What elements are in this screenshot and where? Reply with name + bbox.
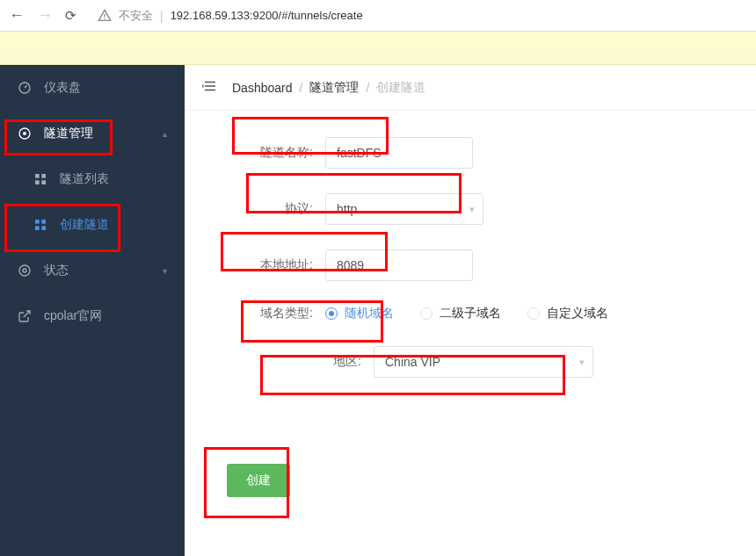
- forward-button[interactable]: →: [37, 6, 53, 25]
- sidebar-sub-label: 创建隧道: [60, 217, 167, 233]
- row-protocol: 协议: ▾: [220, 193, 721, 225]
- label-domain-type: 域名类型:: [220, 306, 325, 321]
- radio-icon: [420, 307, 433, 320]
- svg-point-14: [23, 269, 26, 272]
- chevron-down-icon: ▾: [163, 266, 167, 276]
- radio-label: 二级子域名: [440, 306, 501, 321]
- compass-icon: [18, 126, 32, 141]
- radio-label: 随机域名: [345, 306, 394, 321]
- label-protocol: 协议:: [220, 201, 325, 217]
- radio-custom-domain[interactable]: 自定义域名: [527, 306, 608, 321]
- input-tunnel-name[interactable]: [325, 137, 473, 169]
- address-bar[interactable]: 不安全 | 192.168.59.133:9200/#/tunnels/crea…: [89, 8, 747, 24]
- svg-rect-9: [35, 220, 40, 224]
- sidebar-sub-create-tunnel[interactable]: 创建隧道: [0, 202, 185, 248]
- row-local-addr: 本地地址:: [220, 249, 721, 281]
- sidebar-sub-tunnel-list[interactable]: 隧道列表: [0, 156, 185, 202]
- grid-icon: [33, 218, 47, 232]
- sidebar: 仪表盘 隧道管理 ▴ 隧道列表 创建隧道 状态 ▾: [0, 65, 185, 556]
- svg-point-13: [19, 265, 30, 276]
- radio-icon: [527, 307, 540, 320]
- breadcrumb-sep: /: [300, 81, 303, 95]
- main-content: Dashboard / 隧道管理 / 创建隧道 隧道名称: 协议: ▾ 本地地址…: [185, 65, 756, 556]
- radio-group-domain-type: 随机域名 二级子域名 自定义域名: [325, 306, 608, 321]
- svg-rect-12: [41, 226, 46, 230]
- reload-button[interactable]: ⟳: [65, 8, 76, 24]
- row-tunnel-name: 隧道名称:: [220, 137, 721, 169]
- chevron-up-icon: ▴: [163, 129, 167, 139]
- create-button[interactable]: 创建: [227, 464, 290, 497]
- select-protocol[interactable]: [325, 193, 483, 225]
- sidebar-label: 隧道管理: [44, 126, 150, 141]
- svg-rect-8: [41, 180, 46, 184]
- insecure-label: 不安全: [119, 8, 153, 24]
- breadcrumb-item[interactable]: Dashboard: [232, 81, 293, 95]
- breadcrumb-sep: /: [366, 81, 369, 95]
- warning-icon: [98, 9, 112, 23]
- browser-bar: ← → ⟳ 不安全 | 192.168.59.133:9200/#/tunnel…: [0, 0, 756, 32]
- radio-subdomain[interactable]: 二级子域名: [420, 306, 501, 321]
- svg-rect-6: [41, 174, 46, 178]
- back-button[interactable]: ←: [9, 6, 25, 25]
- label-region: 地区:: [220, 354, 374, 370]
- breadcrumb-item[interactable]: 隧道管理: [309, 80, 359, 96]
- sidebar-item-cpolar-site[interactable]: cpolar官网: [0, 293, 185, 339]
- row-domain-type: 域名类型: 随机域名 二级子域名 自定义域名: [220, 306, 721, 321]
- menu-toggle-icon[interactable]: [202, 78, 218, 97]
- external-link-icon: [18, 309, 32, 323]
- dashboard-icon: [18, 81, 32, 95]
- sidebar-item-tunnel-mgmt[interactable]: 隧道管理 ▴: [0, 111, 185, 156]
- grid-icon: [33, 172, 47, 186]
- breadcrumb-current: 创建隧道: [376, 80, 425, 96]
- svg-rect-1: [104, 18, 105, 18]
- svg-rect-7: [35, 180, 40, 184]
- svg-rect-10: [41, 220, 46, 224]
- banner-strip: [0, 32, 756, 65]
- svg-rect-11: [35, 226, 40, 230]
- label-local-addr: 本地地址:: [220, 257, 325, 273]
- svg-rect-5: [35, 174, 40, 178]
- url-text: 192.168.59.133:9200/#/tunnels/create: [171, 9, 363, 22]
- row-region: 地区: ▾: [220, 346, 721, 378]
- breadcrumb: Dashboard / 隧道管理 / 创建隧道: [232, 80, 425, 96]
- circle-icon: [18, 264, 32, 278]
- select-region[interactable]: [374, 346, 593, 378]
- sidebar-sub-label: 隧道列表: [60, 171, 167, 187]
- form-area: 隧道名称: 协议: ▾ 本地地址: 域名类型: 随机域名: [185, 111, 756, 524]
- svg-point-4: [24, 133, 26, 135]
- header-bar: Dashboard / 隧道管理 / 创建隧道: [185, 65, 756, 111]
- radio-label: 自定义域名: [547, 306, 608, 321]
- sidebar-label: cpolar官网: [44, 308, 167, 324]
- radio-random-domain[interactable]: 随机域名: [325, 306, 394, 321]
- sidebar-item-status[interactable]: 状态 ▾: [0, 248, 185, 293]
- label-tunnel-name: 隧道名称:: [220, 145, 325, 161]
- sidebar-item-dashboard[interactable]: 仪表盘: [0, 65, 185, 111]
- sidebar-label: 仪表盘: [44, 80, 167, 96]
- input-local-addr[interactable]: [325, 249, 473, 281]
- svg-rect-0: [104, 14, 105, 17]
- svg-line-15: [24, 311, 30, 317]
- url-divider: |: [160, 9, 164, 23]
- radio-icon: [325, 307, 338, 320]
- sidebar-label: 状态: [44, 263, 150, 278]
